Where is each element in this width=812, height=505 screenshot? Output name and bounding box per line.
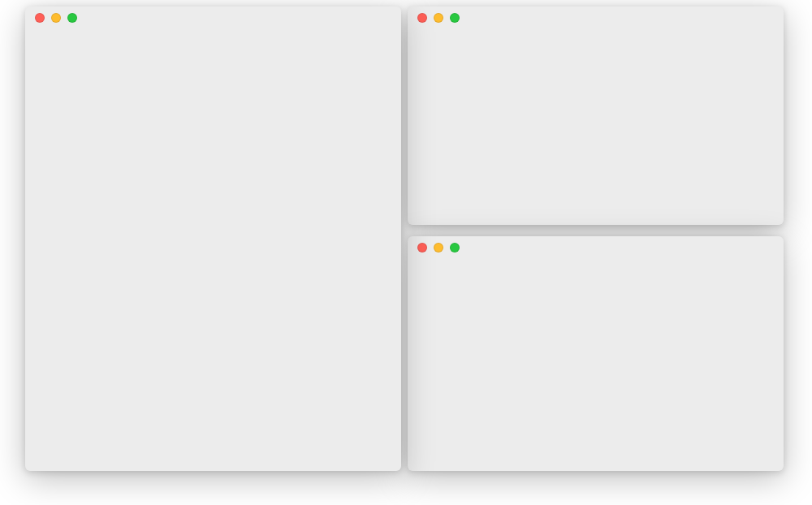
window-content — [408, 259, 784, 471]
minimize-icon[interactable] — [51, 13, 61, 23]
zoom-icon[interactable] — [450, 243, 460, 252]
close-icon[interactable] — [417, 13, 427, 23]
minimize-icon[interactable] — [434, 13, 443, 23]
window-top-right[interactable] — [408, 6, 784, 225]
window-content — [408, 29, 784, 225]
close-icon[interactable] — [35, 13, 45, 23]
minimize-icon[interactable] — [434, 243, 443, 252]
close-icon[interactable] — [417, 243, 427, 252]
window-left[interactable] — [25, 6, 401, 471]
window-bottom-right[interactable] — [408, 236, 784, 471]
titlebar[interactable] — [25, 6, 401, 29]
titlebar[interactable] — [408, 236, 784, 259]
window-content — [25, 29, 401, 471]
zoom-icon[interactable] — [67, 13, 77, 23]
titlebar[interactable] — [408, 6, 784, 29]
zoom-icon[interactable] — [450, 13, 460, 23]
